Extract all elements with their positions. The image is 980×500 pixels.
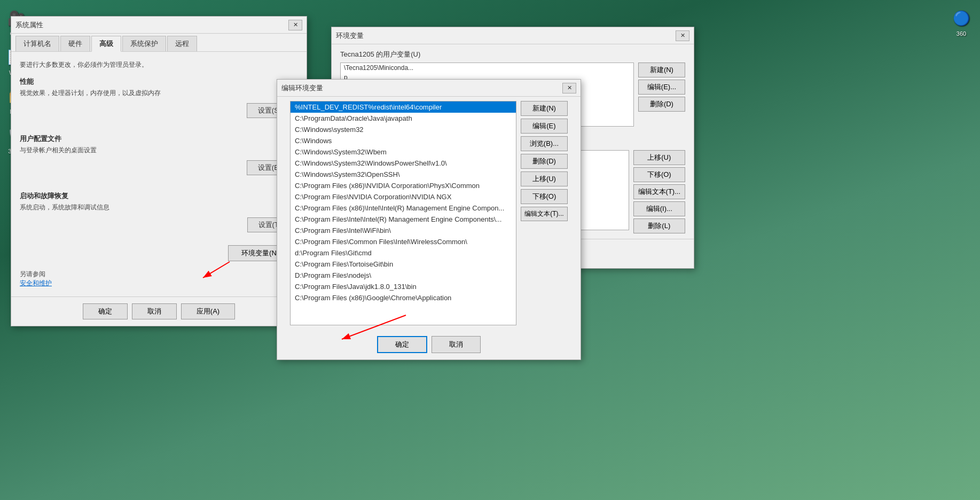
edit-env-controls: ✕ [562, 83, 576, 93]
startup-desc: 系统启动，系统故障和调试信息 [20, 203, 298, 212]
performance-desc: 视觉效果，处理器计划，内存使用，以及虚拟内存 [20, 89, 298, 98]
sys-props-close-button[interactable]: ✕ [288, 20, 302, 30]
edit-env-browse-button[interactable]: 浏览(B)... [521, 136, 568, 151]
env-sys-up-button[interactable]: 上移(U) [633, 150, 685, 165]
edit-env-list-item[interactable]: C:\Program Files (x86)\NVIDIA Corporatio… [291, 180, 516, 191]
env-user-buttons: 新建(N) 编辑(E)... 删除(D) [638, 62, 685, 112]
env-user-edit-button[interactable]: 编辑(E)... [638, 80, 685, 95]
env-sys-delete-button[interactable]: 删除(L) [633, 218, 685, 233]
edit-env-list-item[interactable]: C:\Program Files\Intel\WiFi\bin\ [291, 225, 516, 236]
env-sys-buttons: 上移(U) 下移(O) 编辑文本(T)... 编辑(I)... 删除(L) [633, 150, 685, 233]
edit-env-edit-button[interactable]: 编辑(E) [521, 119, 568, 134]
edit-env-up-button[interactable]: 上移(U) [521, 171, 568, 186]
edit-env-cancel-button[interactable]: 取消 [432, 336, 481, 353]
sys-props-content: 要进行大多数更改，你必须作为管理员登录。 性能 视觉效果，处理器计划，内存使用，… [11, 52, 307, 296]
profile-section: 用户配置文件 与登录帐户相关的桌面设置 设置(E)... [20, 134, 298, 175]
list-item[interactable]: \Tecna1205\Miniconda... [341, 63, 633, 73]
edit-env-ok-button[interactable]: 确定 [377, 336, 427, 353]
edit-env-title: 编辑环境变量 [281, 83, 323, 93]
edit-env-buttons: 新建(N) 编辑(E) 浏览(B)... 删除(D) 上移(U) 下移(O) 编… [516, 97, 574, 330]
360-icon[interactable]: 🔵 360 [948, 5, 974, 39]
tab-remote[interactable]: 远程 [167, 36, 197, 51]
edit-env-body: %INTEL_DEV_REDIST%redist\intel64\compile… [277, 97, 581, 330]
sys-props-tabs-bar: 计算机名 硬件 高级 系统保护 远程 [11, 34, 307, 52]
env-close-button[interactable]: ✕ [676, 30, 689, 41]
startup-title: 启动和故障恢复 [20, 191, 298, 201]
edit-env-list-item[interactable]: C:\ProgramData\Oracle\Java\javapath [291, 113, 516, 124]
sys-props-apply-button[interactable]: 应用(A) [181, 303, 235, 319]
profile-desc: 与登录帐户相关的桌面设置 [20, 146, 298, 155]
edit-env-list-item[interactable]: C:\Windows\System32\WindowsPowerShell\v1… [291, 158, 516, 169]
edit-env-list-item[interactable]: C:\Program Files (x86)\Google\Chrome\App… [291, 292, 516, 303]
edit-env-delete-button[interactable]: 删除(D) [521, 154, 568, 169]
edit-env-titlebar: 编辑环境变量 ✕ [277, 80, 581, 97]
env-sys-edit-text-button[interactable]: 编辑文本(T)... [633, 184, 685, 199]
profile-title: 用户配置文件 [20, 134, 298, 144]
edit-env-new-button[interactable]: 新建(N) [521, 101, 568, 116]
tab-hardware[interactable]: 硬件 [60, 36, 90, 51]
env-controls: ✕ [676, 30, 689, 41]
sys-props-ok-button[interactable]: 确定 [83, 303, 128, 319]
edit-env-down-button[interactable]: 下移(O) [521, 189, 568, 204]
tab-computer-name[interactable]: 计算机名 [15, 36, 59, 51]
env-user-delete-button[interactable]: 删除(D) [638, 97, 685, 112]
env-sys-down-button[interactable]: 下移(O) [633, 167, 685, 182]
edit-env-list-item[interactable]: C:\Windows\System32\OpenSSH\ [291, 169, 516, 180]
env-user-new-button[interactable]: 新建(N) [638, 62, 685, 77]
edit-env-list-item[interactable]: C:\Windows\System32\Wbem [291, 146, 516, 158]
performance-title: 性能 [20, 77, 298, 87]
env-titlebar: 环境变量 ✕ [332, 27, 694, 44]
edit-env-listbox[interactable]: %INTEL_DEV_REDIST%redist\intel64\compile… [290, 101, 516, 325]
desktop-icons-right: 🔵 360 [943, 0, 980, 39]
edit-env-list-item[interactable]: D:\Program Files\nodejs\ [291, 270, 516, 281]
edit-env-list-item[interactable]: C:\Program Files\Java\jdk1.8.0_131\bin [291, 281, 516, 292]
sys-props-bottom-bar: 确定 取消 应用(A) [11, 296, 307, 326]
env-sys-edit-button[interactable]: 编辑(I)... [633, 201, 685, 216]
edit-env-window: 编辑环境变量 ✕ %INTEL_DEV_REDIST%redist\intel6… [277, 79, 581, 360]
env-title: 环境变量 [336, 31, 364, 41]
edit-env-list-item[interactable]: C:\Program Files\NVIDIA Corporation\NVID… [291, 191, 516, 202]
sys-props-controls: ✕ [288, 20, 302, 30]
edit-env-edit-text-button[interactable]: 编辑文本(T)... [521, 207, 568, 221]
performance-section: 性能 视觉效果，处理器计划，内存使用，以及虚拟内存 设置(S)... [20, 77, 298, 118]
edit-env-list-item[interactable]: C:\Program Files (x86)\Intel\Intel(R) Ma… [291, 202, 516, 214]
edit-env-close-button[interactable]: ✕ [562, 83, 576, 93]
edit-env-list-item[interactable]: C:\Program Files\Common Files\Intel\Wire… [291, 236, 516, 247]
edit-env-list-item[interactable]: C:\Program Files\Intel\Intel(R) Manageme… [291, 214, 516, 225]
security-maintenance-link[interactable]: 安全和维护 [20, 279, 52, 287]
sys-props-titlebar: 系统属性 ✕ [11, 17, 307, 34]
system-properties-window: 系统属性 ✕ 计算机名 硬件 高级 系统保护 远程 要进行大多数更改，你必须作为… [11, 16, 307, 326]
edit-env-list-item[interactable]: C:\Program Files\TortoiseGit\bin [291, 259, 516, 270]
edit-env-list-item[interactable]: C:\Windows [291, 135, 516, 146]
edit-env-list-container: %INTEL_DEV_REDIST%redist\intel64\compile… [284, 97, 516, 330]
startup-section: 启动和故障恢复 系统启动，系统故障和调试信息 设置(T)... [20, 191, 298, 232]
sys-props-title: 系统属性 [15, 20, 43, 30]
edit-env-list-item[interactable]: C:\Windows\system32 [291, 124, 516, 135]
extra-label: 另请参阅 [20, 270, 45, 278]
edit-env-list-item[interactable]: %INTEL_DEV_REDIST%redist\intel64\compile… [291, 101, 516, 113]
admin-notice: 要进行大多数更改，你必须作为管理员登录。 [20, 60, 298, 69]
tab-advanced[interactable]: 高级 [91, 36, 121, 52]
edit-env-list-item[interactable]: d:\Program Files\Git\cmd [291, 247, 516, 259]
env-user-label: Tecna1205 的用户变量(U) [340, 50, 685, 59]
edit-env-bottom-bar: 确定 取消 [277, 330, 581, 360]
sys-props-cancel-button[interactable]: 取消 [132, 303, 177, 319]
tab-system-protection[interactable]: 系统保护 [122, 36, 166, 51]
